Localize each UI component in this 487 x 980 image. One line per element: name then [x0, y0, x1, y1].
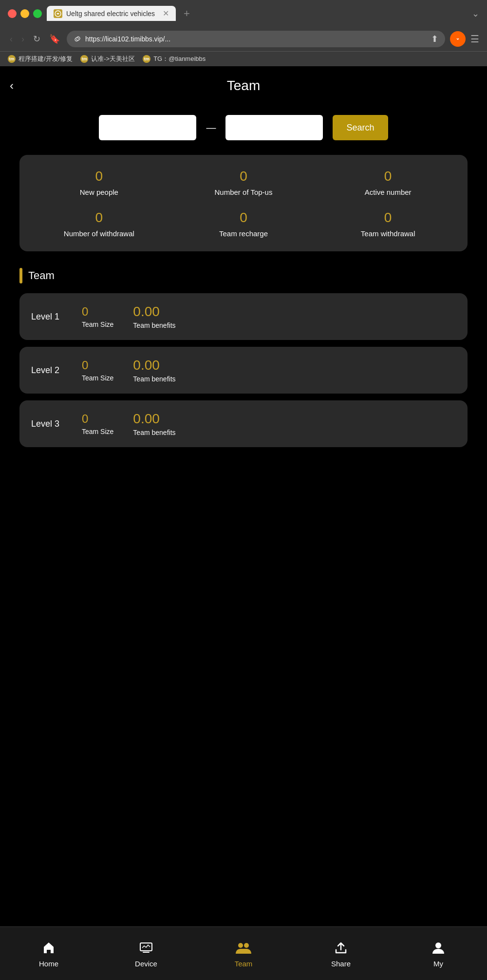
stat-active-value: 0	[384, 169, 392, 184]
nav-team-label: Team	[235, 960, 253, 968]
nav-my-label: My	[433, 960, 443, 968]
forward-nav-btn[interactable]: ›	[19, 32, 26, 46]
date-to-input[interactable]	[225, 115, 323, 140]
level-1-benefits-label: Team benefits	[133, 321, 175, 329]
team-svg-icon	[235, 939, 252, 957]
search-area: — Search	[0, 105, 487, 150]
link-icon	[74, 35, 81, 43]
browser-titlebar: Ueltg shared electric vehicles ✕ + ⌄	[0, 0, 487, 27]
tab-close-btn[interactable]: ✕	[163, 9, 169, 18]
level-2-benefits-label: Team benefits	[133, 375, 175, 383]
back-button[interactable]: ‹	[10, 79, 14, 93]
device-svg-icon	[138, 940, 154, 956]
maximize-traffic-light[interactable]	[33, 9, 42, 18]
svg-point-3	[238, 943, 243, 948]
svg-point-5	[435, 942, 441, 948]
nav-team[interactable]: Team	[195, 939, 292, 968]
browser-navbar: ‹ › ↻ 🔖 https://licai102.timibbs.vip/...…	[0, 27, 487, 51]
my-icon	[430, 939, 447, 957]
my-svg-icon	[431, 940, 446, 956]
new-tab-btn[interactable]: +	[180, 7, 194, 20]
browser-menu-btn[interactable]: ☰	[470, 33, 479, 45]
bookmark-item-3[interactable]: tm TG：@tianmeibbs	[143, 55, 206, 63]
bookmark-item-1[interactable]: tm 程序搭建/开发/修复	[8, 55, 73, 63]
tab-bar: Ueltg shared electric vehicles ✕ + ⌄	[47, 6, 479, 21]
stat-team-withdrawal-value: 0	[384, 210, 392, 226]
svg-point-4	[244, 943, 249, 948]
level-cards: Level 1 0 Team Size 0.00 Team benefits L…	[0, 288, 487, 452]
level-3-team-size-value: 0	[82, 412, 88, 426]
level-2-card: Level 2 0 Team Size 0.00 Team benefits	[19, 347, 468, 394]
section-title: Team	[28, 269, 55, 282]
tab-favicon	[54, 9, 62, 18]
level-2-team-size: 0 Team Size	[82, 358, 113, 382]
nav-home[interactable]: Home	[0, 939, 97, 968]
team-section-header: Team	[0, 256, 487, 288]
stats-card: 0 New people 0 Number of Top-us 0 Active…	[19, 155, 468, 251]
nav-my[interactable]: My	[390, 939, 487, 968]
traffic-lights	[8, 9, 42, 18]
stat-new-people-value: 0	[95, 169, 103, 184]
level-1-team-size-value: 0	[82, 305, 88, 319]
address-bar[interactable]: https://licai102.timibbs.vip/... ⬆	[67, 31, 445, 47]
level-1-team-size-label: Team Size	[82, 320, 113, 328]
share-icon	[332, 939, 350, 957]
stat-active-label: Active number	[365, 188, 412, 196]
level-1-stats: 0 Team Size 0.00 Team benefits	[82, 304, 176, 329]
level-1-label: Level 1	[31, 312, 70, 322]
tab-title: Ueltg shared electric vehicles	[66, 10, 155, 18]
collapse-btn[interactable]: ⌄	[472, 8, 479, 19]
home-icon	[40, 939, 57, 957]
stat-team-withdrawal: 0 Team withdrawal	[318, 210, 458, 238]
share-page-btn[interactable]: ⬆	[431, 34, 438, 44]
app-content: ‹ Team — Search 0 New people 0 Number of…	[0, 66, 487, 980]
level-3-benefits-label: Team benefits	[133, 429, 175, 436]
stat-new-people: 0 New people	[29, 169, 169, 196]
team-icon	[235, 939, 252, 957]
search-button[interactable]: Search	[333, 115, 388, 140]
nav-home-label: Home	[39, 960, 58, 968]
level-3-team-size-label: Team Size	[82, 428, 113, 435]
share-svg-icon	[333, 940, 349, 956]
stat-withdrawal-value: 0	[95, 210, 103, 226]
level-1-benefits-value: 0.00	[133, 304, 160, 320]
stat-recharge: 0 Team recharge	[174, 210, 314, 238]
stat-withdrawal: 0 Number of withdrawal	[29, 210, 169, 238]
active-tab[interactable]: Ueltg shared electric vehicles ✕	[47, 6, 176, 21]
bookmark-btn[interactable]: 🔖	[47, 32, 62, 46]
date-from-input[interactable]	[99, 115, 196, 140]
stat-topups: 0 Number of Top-us	[174, 169, 314, 196]
back-nav-btn[interactable]: ‹	[8, 32, 15, 46]
stat-recharge-value: 0	[240, 210, 247, 226]
bookmark-favicon-2: tm	[80, 55, 88, 63]
level-2-stats: 0 Team Size 0.00 Team benefits	[82, 358, 176, 383]
stat-topups-label: Number of Top-us	[215, 188, 273, 196]
close-traffic-light[interactable]	[8, 9, 17, 18]
brave-icon	[450, 31, 466, 47]
section-accent-bar	[19, 268, 22, 283]
nav-share[interactable]: Share	[292, 939, 390, 968]
reload-btn[interactable]: ↻	[31, 32, 42, 46]
bookmark-favicon-1: tm	[8, 55, 16, 63]
home-svg-icon	[41, 940, 56, 956]
bookmark-label-1: 程序搭建/开发/修复	[19, 55, 73, 63]
level-3-label: Level 3	[31, 419, 70, 429]
stat-topups-value: 0	[240, 169, 247, 184]
bookmark-item-2[interactable]: tm 认准->天美社区	[80, 55, 135, 63]
level-3-stats: 0 Team Size 0.00 Team benefits	[82, 411, 176, 436]
url-text: https://licai102.timibbs.vip/...	[85, 35, 427, 43]
level-2-team-size-value: 0	[82, 358, 88, 372]
level-3-team-size: 0 Team Size	[82, 412, 113, 435]
browser-chrome: Ueltg shared electric vehicles ✕ + ⌄ ‹ ›…	[0, 0, 487, 66]
level-1-team-size: 0 Team Size	[82, 305, 113, 328]
level-2-team-size-label: Team Size	[82, 374, 113, 382]
nav-device[interactable]: Device	[97, 939, 195, 968]
svg-rect-2	[143, 952, 150, 953]
level-1-card: Level 1 0 Team Size 0.00 Team benefits	[19, 293, 468, 340]
bookmark-label-3: TG：@tianmeibbs	[153, 55, 206, 63]
nav-device-label: Device	[135, 960, 157, 968]
minimize-traffic-light[interactable]	[20, 9, 29, 18]
level-1-benefits: 0.00 Team benefits	[133, 304, 175, 329]
level-3-card: Level 3 0 Team Size 0.00 Team benefits	[19, 400, 468, 447]
level-2-label: Level 2	[31, 365, 70, 376]
